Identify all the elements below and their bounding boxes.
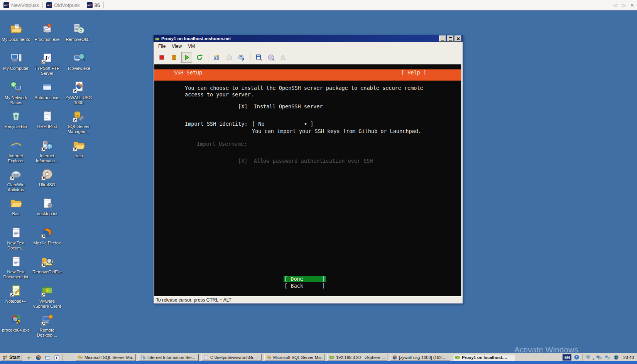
session-tab-newvotpusk[interactable]: mRNewVotpusk [0,0,42,10]
desktop-icon-grh-ip-txt[interactable]: GRH IP.txt [32,110,63,129]
desktop-icon-internet-informatio[interactable]: Internet Informatio... [32,139,63,163]
desktop-icon-my-computer[interactable]: My Computer [0,51,31,71]
maximize-button[interactable] [447,35,454,42]
display-tray-icon[interactable] [585,354,591,361]
power-on-button[interactable] [181,52,192,63]
notepad-gear-icon [41,197,54,209]
desktop-icon-procmon-exe[interactable]: Procmon.exe [32,22,63,42]
launch-internet-explorer-icon[interactable]: e [26,354,32,361]
desktop-icon-remote-desktop[interactable]: Remote Desktop ... [32,313,63,338]
taskbar-button-microsoft-sql-server-ma[interactable]: Microsoft SQL Server Ma... [76,354,136,361]
tab-nav-close-icon[interactable]: × [630,2,634,9]
tab-nav: ◁ ▷ × [613,0,634,10]
suspend-button[interactable] [169,52,179,62]
done-button[interactable]: [ Done ] [284,276,326,282]
power-off-button[interactable] [157,52,167,62]
desktop-icon-sql-server-managem[interactable]: SQL Server Managem... [63,110,94,134]
globe-tray-icon[interactable] [613,354,619,361]
minimize-button[interactable] [439,35,446,42]
close-button[interactable] [455,35,461,42]
desktop-icon-zywall-usg-1000[interactable]: ZyWALL USG 1000 [63,81,94,105]
desktop-icon-label: SQL Server Managem... [63,124,94,134]
help-button[interactable]: [ Help ] [401,69,426,76]
desktop-icon-desktop-ini[interactable]: desktop.ini [32,197,63,216]
desktop-icon-my-network-places[interactable]: My Network Places [0,81,31,105]
desktop-icon-ultraiso[interactable]: UltraISO [32,168,63,187]
session-tab-oldvotpusk[interactable]: mROldVotpusk [43,0,83,10]
desktop-icon-my-documents[interactable]: My Documents [0,22,31,42]
taskbar-button-192-168-3-20-vsphere[interactable]: 192.168.3.20 - vSphere ... [327,354,387,361]
desktop-icon-typsoft-ftp-server[interactable]: FTYPSoft FTP Server [32,51,63,76]
launch-typsoft-ftp-icon[interactable]: F [54,354,60,361]
menu-file[interactable]: File [155,43,168,50]
taskbar-button-label: Microsoft SQL Server Ma... [84,355,134,360]
desktop-icon-tcpview-exe[interactable]: Tcpview.exe [63,51,94,71]
desktop-icon-mozilla-firefox[interactable]: Mozilla Firefox [32,226,63,246]
cd-settings-button[interactable] [266,52,276,62]
taskbar-button-c-inetpub-wwwroot-gr[interactable]: C:\Inetpub\wwwroot\Gr... [201,354,262,361]
desktop-icon-new-text-docum[interactable]: New Text Docum... [0,226,31,251]
svg-text:?: ? [576,356,578,359]
pc-cd-icon [73,22,85,35]
svg-text:e: e [27,354,30,360]
taskbar-button-label: [zywall-usg-1000] (192.... [399,355,446,360]
desktop-icon-label: ZyWALL USG 1000 [63,95,94,105]
desktop-icon-train[interactable]: train [63,139,94,158]
session-tab-86[interactable]: mR86 [83,0,103,10]
desktop-icon-removeoldfile[interactable]: RemoveOldFile [32,255,63,275]
taskbar-button-proxy1-on-localhost[interactable]: Proxy1 on localhost.... [453,354,515,361]
desktop-icon-label: train [63,153,94,158]
desktop-icon-label: VMware vSphere Client [32,299,63,309]
back-button[interactable]: [ Back ] [284,283,325,289]
taskbar-button-zywall-usg-1000-192[interactable]: [zywall-usg-1000] (192.... [390,354,450,361]
clock[interactable]: 23:40 [622,355,635,360]
screen-edge-strip [0,361,637,364]
dropdown-caret-icon[interactable]: ▾ ] [304,121,313,127]
install-openssh-checkbox[interactable]: [X] Install OpenSSH server [238,103,323,110]
import-username-label: Import Username: [197,141,247,147]
vsphere-icon [455,355,460,360]
taskbar-button-internet-information-ser[interactable]: Internet Information Ser... [139,354,199,361]
vmware-console-window: Proxy1 on localhost.mshome.net FileViewV… [153,35,463,304]
desktop-icon-label: Remote Desktop ... [32,328,63,338]
help-tray-icon[interactable]: ? [574,354,580,361]
vm-console-screen[interactable]: SSH Setup [ Help ] You can choose to ins… [154,64,462,297]
tab-nav-forward-icon[interactable]: ▷ [622,2,626,8]
launch-firefox-icon[interactable] [35,354,42,361]
desktop-icon-removeold[interactable]: RemoveOld... [63,22,94,42]
taskbar-button-label: Microsoft SQL Server Ma... [273,355,323,360]
desktop-icon-internet-explorer[interactable]: eInternet Explorer [0,139,31,163]
language-indicator[interactable]: EN [563,354,571,361]
network2-tray-icon[interactable] [605,354,611,361]
tray-separator [582,354,583,361]
reset-button[interactable] [194,52,204,62]
start-button[interactable]: Start [1,354,22,361]
desktop-icon-procexp64-exe[interactable]: procexp64.exe [0,313,31,333]
folder-docs-icon [10,22,22,35]
sql-icon [73,110,85,122]
desktop-icon-autoruns-exe[interactable]: Autoruns.exe [32,81,63,100]
desktop-icon-clamwin-antivirus[interactable]: ClamWin Antivirus [0,168,31,192]
desktop-icon-vmware-vsphere-client[interactable]: VMware vSphere Client [32,284,63,309]
import-ssh-identity-dropdown[interactable]: [ No [252,121,265,127]
menu-vm[interactable]: VM [185,43,198,50]
vm-toolbar [154,50,463,64]
snapshot-manager-button[interactable] [237,52,247,62]
show-desktop-icon[interactable] [44,354,51,361]
tab-nav-back-icon[interactable]: ◁ [613,2,617,8]
take-snapshot-button[interactable] [212,52,222,62]
usb-settings-button [279,52,289,62]
floppy-settings-button[interactable] [254,52,264,62]
network-tray-icon[interactable] [596,354,602,361]
computer-icon [10,51,22,64]
window-titlebar[interactable]: Proxy1 on localhost.mshome.net [154,35,463,42]
desktop-icon-recycle-bin[interactable]: Recycle Bin [0,110,31,129]
desktop-icon-bak[interactable]: Bak [0,197,31,216]
desktop-icon-new-text-document-txt[interactable]: New Text Document.txt [0,255,31,280]
menu-bar: FileViewVM [154,42,463,50]
taskbar-button-microsoft-sql-server-ma[interactable]: Microsoft SQL Server Ma... [264,354,324,361]
import-hint-text: You can import your SSH keys from Github… [252,128,421,135]
menu-view[interactable]: View [169,43,184,50]
desktop-icon-notepad[interactable]: Notepad++ [0,284,31,304]
desktop-icon-label: My Computer [0,66,31,71]
